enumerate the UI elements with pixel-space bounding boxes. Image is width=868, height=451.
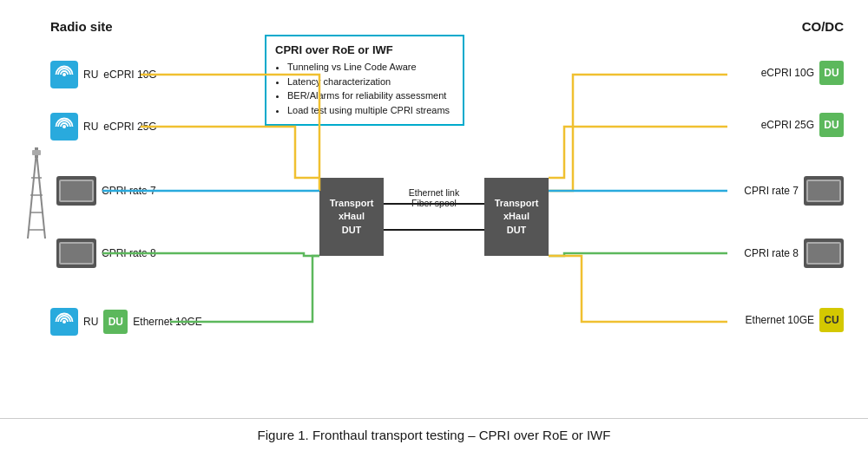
ru-icon-2 — [50, 113, 78, 141]
du-box-left: DU — [103, 310, 128, 334]
right-row-2: eCPRI 25G DU — [761, 113, 844, 137]
label-codc: CO/DC — [802, 19, 844, 34]
ru-icon-1 — [50, 61, 78, 88]
info-box-item-1: Tunneling vs Line Code Aware — [287, 60, 454, 75]
svg-point-8 — [62, 73, 66, 76]
ethernet-10ge-left: Ethernet 10GE — [133, 316, 201, 328]
ecpri-25g-right: eCPRI 25G — [761, 119, 814, 131]
ru-label-1: RU — [83, 69, 98, 81]
svg-point-10 — [62, 320, 66, 324]
info-box-item-3: BER/Alarms for reliability assessment — [287, 88, 454, 103]
ethernet-link-label: Ethernet link — [392, 187, 476, 198]
cu-box-right: CU — [819, 308, 844, 332]
diagram-area: Radio site CO/DC CPRI over RoE or IWF Tu… — [0, 9, 868, 390]
left-row-5: RU DU Ethernet 10GE — [50, 308, 202, 336]
left-row-4: CPRI rate 8 — [56, 239, 156, 268]
ru-label-3: RU — [83, 316, 98, 328]
cpri-rate-7-right: CPRI rate 7 — [744, 185, 799, 197]
info-box-list: Tunneling vs Line Code Aware Latency cha… — [275, 60, 454, 117]
device-icon-2 — [56, 239, 96, 268]
right-row-5: Ethernet 10GE CU — [746, 308, 844, 332]
cpri-rate-8-right: CPRI rate 8 — [744, 247, 799, 259]
info-box: CPRI over RoE or IWF Tunneling vs Line C… — [265, 35, 464, 126]
ecpri-10g-left: eCPRI 10G — [103, 69, 156, 81]
left-row-1: RU eCPRI 10G — [50, 61, 157, 88]
transport-box-left: TransportxHaulDUT — [319, 178, 384, 256]
device-icon-1 — [56, 176, 96, 206]
tower-icon — [24, 147, 49, 246]
svg-rect-7 — [32, 150, 41, 155]
left-row-2: RU eCPRI 25G — [50, 113, 157, 141]
ethernet-10ge-right: Ethernet 10GE — [746, 314, 814, 326]
info-box-title: CPRI over RoE or IWF — [275, 43, 454, 56]
fiber-spool-label: Fiber spool — [392, 198, 476, 208]
ecpri-10g-right: eCPRI 10G — [761, 67, 814, 79]
svg-point-9 — [62, 125, 66, 128]
right-row-1: eCPRI 10G DU — [761, 61, 844, 85]
right-row-3: CPRI rate 7 — [744, 176, 844, 206]
cpri-rate-8-left: CPRI rate 8 — [102, 247, 156, 259]
transport-box-right: TransportxHaulDUT — [484, 178, 549, 256]
label-radio-site: Radio site — [50, 19, 113, 34]
ru-label-2: RU — [83, 121, 98, 133]
right-row-4: CPRI rate 8 — [744, 239, 844, 268]
device-icon-3 — [804, 176, 844, 206]
cpri-rate-7-left: CPRI rate 7 — [102, 185, 156, 197]
figure-caption: Figure 1. Fronthaul transport testing – … — [0, 418, 868, 442]
ru-icon-3 — [50, 308, 78, 336]
left-row-3: CPRI rate 7 — [56, 176, 156, 206]
du-box-right-1: DU — [819, 61, 844, 85]
device-icon-4 — [804, 239, 844, 268]
info-box-item-2: Latency characterization — [287, 75, 454, 89]
info-box-item-4: Load test using multiple CPRI streams — [287, 103, 454, 118]
ecpri-25g-left: eCPRI 25G — [103, 121, 156, 133]
du-box-right-2: DU — [819, 113, 844, 137]
link-labels: Ethernet link Fiber spool — [392, 187, 476, 208]
